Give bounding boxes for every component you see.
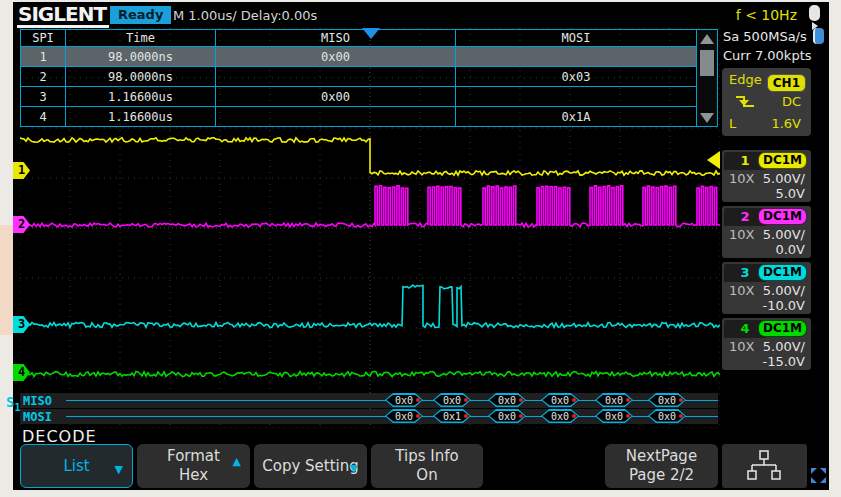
softkey-value: Page 2/2 (629, 466, 694, 485)
trigger-settings-panel[interactable]: Edge CH1 DC L 1.6V (722, 68, 811, 136)
softkey-list[interactable]: List▼ (20, 444, 133, 488)
scroll-up-icon[interactable] (700, 34, 714, 44)
error-dot (519, 414, 523, 418)
table-cell: 0x00 (216, 47, 456, 66)
error-dot (679, 398, 683, 402)
utility-button[interactable] (722, 444, 807, 488)
error-dot (416, 414, 420, 418)
trigger-coupling-value: DC (782, 94, 801, 109)
menu-scroll-handle[interactable] (809, 5, 820, 21)
table-cell (456, 87, 697, 106)
error-dot (572, 398, 576, 402)
decoded-byte-bubble: 0x0 (488, 393, 526, 407)
error-dot (464, 414, 468, 418)
softkey-copy-setting[interactable]: Copy Setting▼ (254, 444, 367, 488)
table-row[interactable]: 298.0000ns0x03 (21, 66, 717, 86)
decoded-byte-bubble: 0x0 (433, 393, 471, 407)
table-cell (456, 47, 697, 66)
scroll-down-icon[interactable] (700, 113, 714, 123)
softkey-label: NextPage (626, 447, 697, 466)
table-cell: 0x1A (456, 107, 697, 126)
table-row[interactable]: 41.16600us0x1A (21, 106, 717, 126)
decode-bus-row-mosi: MOSI0x00x10x00x00x00x0 (20, 409, 718, 424)
error-dot (626, 398, 630, 402)
coupling-badge: DC1M (758, 320, 807, 337)
table-cell: 98.0000ns (66, 67, 216, 86)
table-cell: 1.16600us (66, 107, 216, 126)
network-topology-icon (744, 449, 784, 483)
sidebar-scroll-handle[interactable] (813, 28, 824, 44)
volts-per-div: 5.00V/ (763, 283, 805, 298)
probe-attenuation: 10X (729, 339, 754, 354)
trigger-mode-label: Edge (729, 72, 762, 87)
softkey-label: Tips Info (395, 447, 458, 466)
table-cell: 4 (21, 107, 66, 126)
table-row[interactable]: 31.16600us0x00 (21, 86, 717, 106)
channel-offset: -15.0V (762, 354, 805, 369)
oscilloscope-screenshot: SIGLENT Ready M 1.00us/ Delay:0.00s f < … (0, 0, 841, 497)
memory-depth-readout: Curr 7.00kpts (723, 48, 812, 63)
frequency-counter-readout: f < 10Hz (736, 7, 797, 23)
error-dot (572, 414, 576, 418)
channel-1-status-box[interactable]: 1DC1M10X5.00V/5.0V (722, 150, 811, 202)
channel-offset: 5.0V (775, 186, 805, 201)
siglent-logo: SIGLENT (17, 3, 109, 28)
softkey-tips-info[interactable]: Tips InfoOn (371, 444, 483, 488)
softkey-label: List (63, 457, 89, 476)
fullscreen-expand-icon[interactable] (810, 467, 827, 488)
scope-screen: SIGLENT Ready M 1.00us/ Delay:0.00s f < … (13, 2, 829, 490)
spi-decode-list-table: SPITimeMISOMOSI198.0000ns0x00298.0000ns0… (20, 29, 718, 127)
table-cell: 2 (21, 67, 66, 86)
table-cell: 3 (21, 87, 66, 106)
decoded-byte-bubble: 0x0 (648, 393, 686, 407)
scrollbar-thumb[interactable] (700, 50, 714, 76)
trigger-level-marker[interactable] (707, 151, 720, 169)
softkey-next-page[interactable]: NextPagePage 2/2 (605, 444, 718, 488)
softkey-label: Copy Setting (262, 457, 359, 476)
error-dot (626, 414, 630, 418)
column-header: SPI (21, 30, 66, 46)
coupling-badge: DC1M (758, 208, 807, 225)
table-cell (216, 67, 456, 86)
channel-4-status-box[interactable]: 4DC1M10X5.00V/-15.0V (722, 318, 811, 370)
decoded-byte-bubble: 0x0 (385, 393, 423, 407)
falling-edge-icon (734, 94, 756, 110)
table-cell: 98.0000ns (66, 47, 216, 66)
coupling-badge: DC1M (758, 152, 807, 169)
softkey-format[interactable]: FormatHex▲ (137, 444, 250, 488)
error-dot (416, 398, 420, 402)
volts-per-div: 5.00V/ (763, 339, 805, 354)
bus-signal-label: MISO (23, 394, 52, 408)
table-row[interactable]: 198.0000ns0x00 (21, 46, 717, 66)
error-dot (464, 398, 468, 402)
channel-offset: 0.0V (775, 242, 805, 257)
chevron-up-icon: ▲ (233, 452, 241, 471)
table-cell (216, 107, 456, 126)
bus-number: 1 (14, 402, 20, 413)
probe-attenuation: 10X (729, 171, 754, 186)
chevron-down-icon: ▼ (350, 459, 358, 478)
decode-bus-row-miso: MISO0x00x00x00x00x00x0 (20, 393, 718, 408)
trigger-source-badge: CH1 (767, 74, 806, 92)
timebase-delay-readout: M 1.00us/ Delay:0.00s (173, 8, 317, 23)
decoded-byte-bubble: 0x0 (595, 393, 633, 407)
probe-attenuation: 10X (729, 283, 754, 298)
trigger-level-value: 1.6V (771, 116, 801, 131)
table-cell: 0x03 (456, 67, 697, 86)
decoded-byte-bubble: 0x0 (595, 409, 633, 423)
bus-signal-label: MOSI (23, 410, 52, 424)
probe-attenuation: 10X (729, 227, 754, 242)
trigger-position-marker[interactable] (362, 28, 380, 39)
coupling-badge: DC1M (758, 264, 807, 281)
channel-offset: -10.0V (762, 298, 805, 313)
table-cell: 1.16600us (66, 87, 216, 106)
channel-3-status-box[interactable]: 3DC1M10X5.00V/-10.0V (722, 262, 811, 314)
decoded-byte-bubble: 0x1 (433, 409, 471, 423)
table-cell: 0x00 (216, 87, 456, 106)
channel-2-status-box[interactable]: 2DC1M10X5.00V/0.0V (722, 206, 811, 258)
decode-bus-label: S1 (6, 394, 20, 413)
volts-per-div: 5.00V/ (763, 171, 805, 186)
table-scrollbar[interactable] (696, 30, 717, 126)
acquisition-status-badge: Ready (110, 6, 171, 24)
table-cell: 1 (21, 47, 66, 66)
